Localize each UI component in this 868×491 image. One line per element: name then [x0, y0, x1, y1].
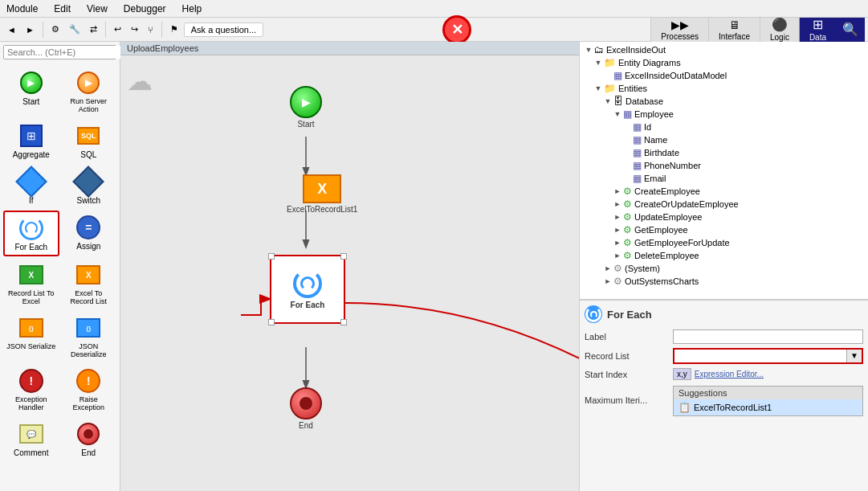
prop-row-start-index: Start Index x,y Expression Editor...: [585, 368, 863, 380]
node-excel-to-record[interactable]: X ExcelToRecordList1: [287, 174, 357, 214]
left-panel: « ▶ Start ▶ Run Server Action: [0, 42, 120, 491]
record-list-excel-icon: X: [18, 262, 44, 288]
tool-json-serialize[interactable]: {} JSON Serialize: [3, 311, 59, 362]
tree-node-employee[interactable]: ▼ ▦ Employee: [581, 108, 866, 121]
tool-for-each[interactable]: For Each: [3, 211, 59, 256]
tool-run-server-action[interactable]: ▶ Run Server Action: [61, 66, 117, 117]
tool-sql[interactable]: SQL SQL: [61, 119, 117, 163]
toggle-updateemployee: ►: [612, 213, 623, 221]
tree-label-data-model: ExcelInsideOutDataModel: [625, 71, 727, 80]
processes-icon: ▶▶: [671, 18, 689, 31]
label-input[interactable]: [673, 329, 863, 344]
tree-node-data-model[interactable]: ▦ ExcelInsideOutDataModel: [581, 69, 866, 82]
branch-button[interactable]: ⑂: [144, 23, 157, 37]
tree-label-outsystemscharts: OutSystemsCharts: [625, 276, 699, 286]
record-list-input[interactable]: [674, 350, 846, 362]
canvas-area[interactable]: UploadEmployees ☁: [120, 42, 579, 491]
record-list-input-container: ▼: [673, 348, 863, 364]
toggle-employee: ▼: [612, 110, 623, 118]
undo-button[interactable]: ↩: [110, 22, 125, 37]
excel-x-glyph: X: [317, 181, 327, 198]
tree-node-system[interactable]: ► ⚙ (System): [581, 262, 866, 275]
tree-node-entities[interactable]: ▼ 📁 Entities: [581, 82, 866, 95]
tree-label-phonenumber: PhoneNumber: [644, 161, 701, 170]
tree-node-deleteemployee[interactable]: ► ⚙ DeleteEmployee: [581, 249, 866, 262]
tool-if[interactable]: If: [3, 165, 59, 209]
tree-node-createemployee[interactable]: ► ⚙ CreateEmployee: [581, 185, 866, 198]
tool-assign[interactable]: = Assign: [61, 211, 117, 256]
tool-excel-record-list[interactable]: X Excel To Record List: [61, 258, 117, 309]
tool-switch-label: Switch: [77, 196, 100, 205]
tool-run-server-label: Run Server Action: [63, 97, 115, 113]
expression-editor-link[interactable]: Expression Editor...: [695, 370, 764, 378]
search-icon: 🔍: [842, 22, 858, 37]
tree-node-createorupdateemployee[interactable]: ► ⚙ CreateOrUpdateEmployee: [581, 198, 866, 211]
props-section-title: For Each: [607, 309, 652, 321]
json-d-icon: {}: [86, 325, 91, 332]
flag-button[interactable]: ⚑: [166, 22, 182, 37]
forward-button[interactable]: ►: [22, 23, 39, 37]
redo-button[interactable]: ↪: [127, 22, 142, 37]
tab-interface[interactable]: 🖥 Interface: [708, 18, 760, 42]
tree-node-outsystemscharts[interactable]: ► ⚙ OutSystemsCharts: [581, 275, 866, 288]
prop-row-record-list: Record List ▼: [585, 348, 863, 364]
data-model-icon: ▦: [613, 70, 622, 81]
tree-node-root[interactable]: ▼ 🗂 ExcelInsideOut: [581, 43, 866, 56]
tree-node-entity-diagrams[interactable]: ▼ 📁 Entity Diagrams: [581, 56, 866, 69]
search-input[interactable]: [4, 46, 121, 59]
tree-node-database[interactable]: ▼ 🗄 Database: [581, 95, 866, 108]
if-icon: [18, 169, 44, 194]
tool-json-deserialize[interactable]: {} JSON Deserialize: [61, 311, 117, 362]
tree-node-email[interactable]: ▦ Email: [581, 172, 866, 185]
tool-aggregate[interactable]: ⊞ Aggregate: [3, 119, 59, 163]
node-end[interactable]: End: [290, 387, 322, 430]
back-button[interactable]: ◄: [3, 23, 20, 37]
tab-processes[interactable]: ▶▶ Processes: [650, 18, 708, 42]
record-list-dropdown-btn[interactable]: ▼: [846, 350, 862, 362]
tree-node-getemployee[interactable]: ► ⚙ GetEmployee: [581, 223, 866, 236]
logic-icon: ⚫: [772, 17, 788, 32]
search-button[interactable]: 🔍: [836, 18, 865, 42]
action-button[interactable]: 🔧: [65, 22, 84, 37]
tool-raise-exception[interactable]: ! Raise Exception: [61, 364, 117, 415]
cancel-icon: ✕: [451, 21, 463, 39]
comment-lines-icon: 💬: [26, 430, 36, 439]
tree-node-phonenumber[interactable]: ▦ PhoneNumber: [581, 159, 866, 172]
tool-start[interactable]: ▶ Start: [3, 66, 59, 117]
tree-node-id[interactable]: ▦ Id: [581, 121, 866, 133]
compare-button[interactable]: ⇄: [86, 22, 101, 37]
toggle-entities: ▼: [593, 84, 604, 92]
tab-logic[interactable]: ⚫ Logic: [760, 18, 799, 42]
tool-switch[interactable]: Switch: [61, 165, 117, 209]
tree-label-getemployee: GetEmployee: [634, 225, 688, 235]
menu-view[interactable]: View: [84, 3, 111, 14]
suggestion-label-0: ExcelToRecordList1: [694, 403, 772, 412]
node-for-each[interactable]: For Each: [270, 255, 345, 324]
switch-icon: [75, 169, 101, 194]
cancel-button[interactable]: ✕: [442, 15, 471, 44]
tool-record-list-excel[interactable]: X Record List To Excel: [3, 258, 59, 309]
ask-question-button[interactable]: Ask a question...: [184, 23, 263, 37]
tree-node-name[interactable]: ▦ Name: [581, 133, 866, 146]
tab-data[interactable]: ⊞ Data: [799, 18, 836, 42]
interface-icon: 🖥: [729, 18, 740, 31]
sql-icon: SQL: [75, 123, 101, 149]
tool-exception-handler[interactable]: ! Exception Handler: [3, 364, 59, 415]
excel-record-list-icon: X: [75, 262, 101, 288]
tree-node-getemployeeforupdate[interactable]: ► ⚙ GetEmployeeForUpdate: [581, 236, 866, 249]
menu-help[interactable]: Help: [179, 3, 206, 14]
tree-panel[interactable]: ▼ 🗂 ExcelInsideOut ▼ 📁 Entity Diagrams ▦…: [580, 42, 868, 299]
xy-label: x,y: [673, 368, 691, 380]
menu-debugger[interactable]: Debugger: [120, 3, 169, 14]
tool-end[interactable]: End: [61, 417, 117, 461]
suggestion-excel-to-record-list1[interactable]: 📋 ExcelToRecordList1: [674, 399, 862, 415]
node-start[interactable]: ▶ Start: [290, 86, 322, 129]
settings-button[interactable]: ⚙: [47, 22, 63, 37]
tree-node-updateemployee[interactable]: ► ⚙ UpdateEmployee: [581, 211, 866, 223]
tool-comment[interactable]: 💬 Comment: [3, 417, 59, 461]
menu-edit[interactable]: Edit: [51, 3, 74, 14]
database-icon: 🗄: [613, 96, 623, 107]
menu-module[interactable]: Module: [3, 3, 41, 14]
tree-label-employee: Employee: [634, 109, 674, 119]
tree-node-birthdate[interactable]: ▦ Birthdate: [581, 146, 866, 159]
